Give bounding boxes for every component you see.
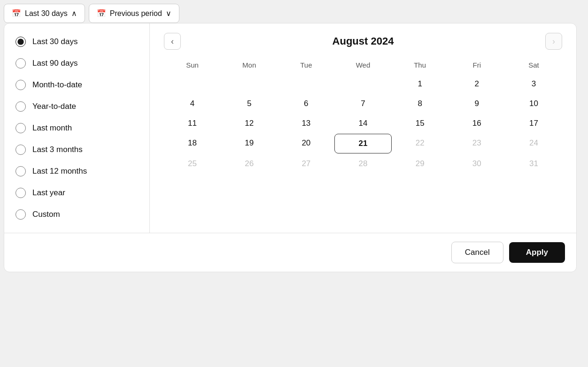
weekdays-row: SunMonTueWedThuFriSat: [164, 57, 562, 73]
prev-month-button[interactable]: ‹: [164, 33, 181, 50]
day-27: 27: [278, 154, 334, 173]
option-label-last12months: Last 12 months: [32, 167, 87, 176]
day-28: 28: [334, 154, 391, 173]
cancel-button[interactable]: Cancel: [451, 242, 503, 263]
day-20[interactable]: 20: [278, 134, 334, 153]
weekday-sun: Sun: [164, 57, 221, 73]
outer-wrapper: 📅 Last 30 days ∧ 📅 Previous period ∨ Las…: [0, 0, 588, 272]
day-19[interactable]: 19: [221, 134, 278, 153]
next-month-button[interactable]: ›: [545, 33, 562, 50]
option-label-custom: Custom: [32, 210, 60, 219]
day-18[interactable]: 18: [164, 134, 221, 153]
day-21[interactable]: 21: [334, 134, 391, 153]
day-1[interactable]: 1: [392, 75, 449, 93]
date-range-button[interactable]: 📅 Last 30 days ∧: [4, 4, 85, 23]
option-label-lastmonth: Last month: [32, 123, 72, 133]
option-lastyear[interactable]: Last year: [4, 182, 149, 204]
calendar-icon-2: 📅: [97, 9, 106, 18]
day-empty: [221, 75, 278, 93]
radio-custom[interactable]: [15, 209, 26, 220]
day-12[interactable]: 12: [221, 114, 278, 133]
weekday-thu: Thu: [392, 57, 449, 73]
weekday-fri: Fri: [449, 57, 505, 73]
day-6[interactable]: 6: [278, 94, 334, 113]
day-7[interactable]: 7: [334, 94, 391, 113]
radio-last90[interactable]: [15, 58, 26, 69]
radio-last30[interactable]: [15, 37, 26, 47]
radio-ytd[interactable]: [15, 101, 26, 112]
day-25: 25: [164, 154, 221, 173]
option-label-last90: Last 90 days: [32, 59, 77, 68]
weekday-wed: Wed: [334, 57, 391, 73]
option-custom[interactable]: Custom: [4, 204, 149, 225]
day-24: 24: [505, 134, 562, 153]
day-4[interactable]: 4: [164, 94, 221, 113]
weekday-mon: Mon: [221, 57, 278, 73]
day-26: 26: [221, 154, 278, 173]
option-label-ytd: Year-to-date: [32, 102, 76, 111]
apply-button[interactable]: Apply: [509, 242, 565, 263]
option-ytd[interactable]: Year-to-date: [4, 96, 149, 117]
radio-lastmonth[interactable]: [15, 123, 26, 133]
calendar-days: 1234567891011121314151617181920212223242…: [164, 75, 562, 173]
option-last12months[interactable]: Last 12 months: [4, 161, 149, 182]
top-bar: 📅 Last 30 days ∧ 📅 Previous period ∨: [0, 0, 588, 23]
calendar-header: ‹ August 2024 ›: [164, 33, 562, 50]
option-last90[interactable]: Last 90 days: [4, 53, 149, 74]
panel-body: Last 30 daysLast 90 daysMonth-to-dateYea…: [4, 23, 576, 233]
calendar-month-title: August 2024: [333, 35, 394, 47]
radio-last3months[interactable]: [15, 145, 26, 155]
day-9[interactable]: 9: [449, 94, 505, 113]
day-10[interactable]: 10: [505, 94, 562, 113]
option-label-mtd: Month-to-date: [32, 80, 82, 90]
weekday-tue: Tue: [278, 57, 334, 73]
chevron-down-icon: ∨: [166, 9, 171, 18]
day-empty: [334, 75, 391, 93]
day-3[interactable]: 3: [505, 75, 562, 93]
day-29: 29: [392, 154, 449, 173]
option-lastmonth[interactable]: Last month: [4, 117, 149, 139]
calendar-section: ‹ August 2024 › SunMonTueWedThuFriSat 12…: [150, 23, 576, 233]
weekday-sat: Sat: [505, 57, 562, 73]
date-range-label: Last 30 days: [25, 9, 68, 18]
day-22: 22: [392, 134, 449, 153]
day-2[interactable]: 2: [449, 75, 505, 93]
calendar-icon-1: 📅: [12, 9, 21, 18]
option-label-last3months: Last 3 months: [32, 145, 83, 154]
day-15[interactable]: 15: [392, 114, 449, 133]
day-31: 31: [505, 154, 562, 173]
dropdown-panel: Last 30 daysLast 90 daysMonth-to-dateYea…: [4, 23, 577, 272]
day-empty: [164, 75, 221, 93]
radio-mtd[interactable]: [15, 80, 26, 90]
day-17[interactable]: 17: [505, 114, 562, 133]
day-empty: [278, 75, 334, 93]
options-list: Last 30 daysLast 90 daysMonth-to-dateYea…: [4, 23, 150, 233]
chevron-up-icon: ∧: [71, 9, 77, 18]
day-13[interactable]: 13: [278, 114, 334, 133]
radio-lastyear[interactable]: [15, 188, 26, 198]
day-30: 30: [449, 154, 505, 173]
day-23: 23: [449, 134, 505, 153]
day-5[interactable]: 5: [221, 94, 278, 113]
previous-period-label: Previous period: [110, 9, 162, 18]
day-11[interactable]: 11: [164, 114, 221, 133]
day-16[interactable]: 16: [449, 114, 505, 133]
option-mtd[interactable]: Month-to-date: [4, 74, 149, 96]
previous-period-button[interactable]: 📅 Previous period ∨: [89, 4, 179, 23]
day-8[interactable]: 8: [392, 94, 449, 113]
calendar-grid: SunMonTueWedThuFriSat 123456789101112131…: [164, 57, 562, 173]
option-label-last30: Last 30 days: [32, 37, 77, 46]
day-14[interactable]: 14: [334, 114, 391, 133]
option-label-lastyear: Last year: [32, 188, 65, 198]
option-last30[interactable]: Last 30 days: [4, 31, 149, 53]
radio-last12months[interactable]: [15, 166, 26, 176]
panel-footer: Cancel Apply: [4, 233, 576, 272]
option-last3months[interactable]: Last 3 months: [4, 139, 149, 161]
